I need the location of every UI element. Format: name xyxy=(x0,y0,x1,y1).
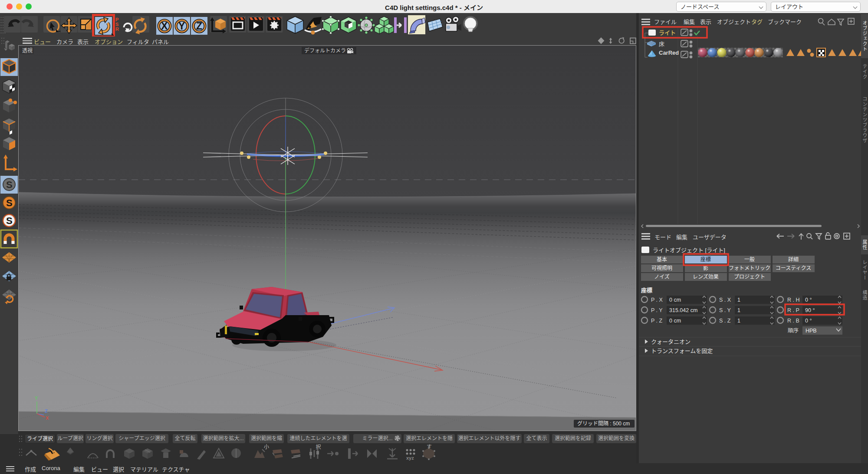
svg-text:Z: Z xyxy=(196,20,202,32)
svg-text:0 °: 0 ° xyxy=(805,318,812,324)
svg-text:0 cm: 0 cm xyxy=(669,318,681,324)
svg-text:P . X: P . X xyxy=(651,297,663,303)
svg-text:P . Y: P . Y xyxy=(651,307,663,313)
svg-text:S: S xyxy=(6,215,13,226)
svg-text:レンズ効果: レンズ効果 xyxy=(693,273,719,280)
svg-text:詳細: 詳細 xyxy=(788,256,799,263)
svg-text:0 °: 0 ° xyxy=(805,297,812,303)
svg-text:グリッド間隔 : 500 cm: グリッド間隔 : 500 cm xyxy=(577,421,630,427)
svg-text:透視: 透視 xyxy=(22,47,33,54)
svg-text:表示: 表示 xyxy=(700,19,711,25)
svg-text:315.042 cm: 315.042 cm xyxy=(669,307,697,313)
svg-text:S . Y: S . Y xyxy=(719,307,731,313)
svg-text:ライト: ライト xyxy=(659,30,676,36)
svg-text:ライトオブジェクト [ライト]: ライトオブジェクト [ライト] xyxy=(653,247,725,253)
svg-text:R . H: R . H xyxy=(787,297,799,303)
svg-text:ブックマーク: ブックマーク xyxy=(768,19,802,25)
svg-text:R . B: R . B xyxy=(787,318,799,324)
svg-text:P . Z: P . Z xyxy=(651,318,663,324)
svg-text:CarRed: CarRed xyxy=(659,49,679,56)
svg-text:コースティクス: コースティクス xyxy=(776,265,811,271)
svg-text:S: S xyxy=(6,198,13,208)
svg-text:1: 1 xyxy=(737,318,740,324)
svg-text:R: R xyxy=(115,26,119,32)
svg-text:ノイズ: ノイズ xyxy=(654,273,670,280)
svg-text:順序: 順序 xyxy=(788,327,799,334)
svg-text:可視照明: 可視照明 xyxy=(651,265,672,271)
svg-text:90 °: 90 ° xyxy=(805,307,815,313)
svg-text:Z: Z xyxy=(45,408,48,414)
svg-text:影: 影 xyxy=(703,265,708,271)
svg-text:HPB: HPB xyxy=(806,328,817,334)
svg-text:xyz: xyz xyxy=(406,455,414,461)
svg-text:S: S xyxy=(6,179,13,190)
svg-text:オブジェクト: オブジェクト xyxy=(717,19,751,25)
svg-text:デフォルトカメラ: デフォルトカメラ xyxy=(304,47,346,54)
svg-text:S . X: S . X xyxy=(719,297,731,303)
svg-text:プロジェクト: プロジェクト xyxy=(734,274,765,280)
svg-text:一般: 一般 xyxy=(744,256,755,263)
svg-text:フォトメトリック: フォトメトリック xyxy=(729,265,770,271)
svg-text:編集: 編集 xyxy=(676,234,687,240)
svg-text:S . Z: S . Z xyxy=(719,318,731,324)
svg-text:1: 1 xyxy=(737,307,740,313)
svg-text:クォータニオン: クォータニオン xyxy=(651,339,690,345)
svg-text:ユーザデータ: ユーザデータ xyxy=(693,234,727,240)
svg-text:R . P: R . P xyxy=(787,307,799,313)
svg-text:X: X xyxy=(46,415,49,421)
svg-text:モード: モード xyxy=(654,234,671,240)
svg-text:座標: 座標 xyxy=(700,256,711,263)
svg-text:編集: 編集 xyxy=(684,19,695,25)
svg-text:Y: Y xyxy=(35,395,38,401)
svg-text:X: X xyxy=(161,20,168,32)
svg-text:トランスフォームを固定: トランスフォームを固定 xyxy=(651,348,713,354)
svg-text:1: 1 xyxy=(737,297,740,303)
svg-text:タグ: タグ xyxy=(751,19,763,25)
svg-text:基本: 基本 xyxy=(657,257,667,263)
svg-text:床: 床 xyxy=(659,41,664,47)
svg-text:ファイル: ファイル xyxy=(654,19,677,25)
svg-text:0 cm: 0 cm xyxy=(669,297,681,303)
svg-text:座標: 座標 xyxy=(641,287,652,293)
svg-text:Y: Y xyxy=(178,20,185,32)
